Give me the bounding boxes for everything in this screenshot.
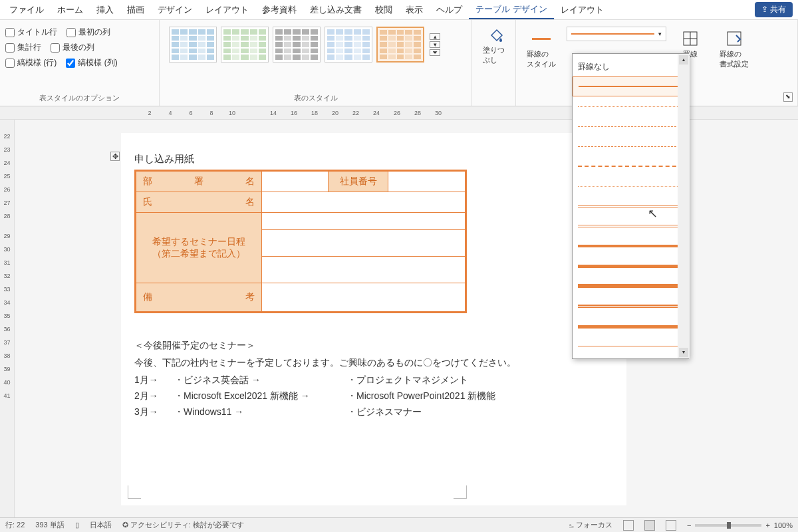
cell-dept-value[interactable] <box>262 171 329 192</box>
document[interactable]: ✥ 申し込み用紙 部 署 名社員番号 氏 名 希望するセミナー日程 （第二希望ま… <box>121 133 626 505</box>
print-layout-icon[interactable] <box>644 520 655 531</box>
menu-bar: ファイルホーム挿入描画デザインレイアウト参考資料差し込み文書校閲表示ヘルプテーブ… <box>0 0 798 20</box>
menu-item[interactable]: 差し込み文書 <box>303 1 368 19</box>
web-layout-icon[interactable] <box>666 520 676 531</box>
menu-item[interactable]: ヘルプ <box>430 1 469 19</box>
menu-item[interactable]: ファイル <box>3 1 51 19</box>
paint-bucket-icon <box>487 25 505 44</box>
dropdown-scrollbar[interactable]: ▴ ▾ <box>678 54 690 358</box>
dropdown-item-border-style[interactable] <box>573 276 688 296</box>
seminar-heading: ＜今後開催予定のセミナー＞ <box>134 340 613 352</box>
menu-item[interactable]: 校閲 <box>368 1 399 19</box>
dropdown-item-border-style[interactable] <box>573 176 688 196</box>
table-move-handle-icon[interactable]: ✥ <box>110 152 120 161</box>
group-style-options: タイトル行 最初の列 集計行 最後の列 縞模様 (行) 縞模様 (列) 表スタイ… <box>0 20 160 106</box>
group-table-styles: ▴▾⏷ 表のスタイル <box>160 20 472 106</box>
zoom-value[interactable]: 100% <box>774 521 793 529</box>
cell-note-label: 備 考 <box>136 283 262 313</box>
table-style-thumb[interactable] <box>221 27 269 63</box>
dropdown-item-border-style[interactable] <box>573 256 688 276</box>
application-form-table[interactable]: 部 署 名社員番号 氏 名 希望するセミナー日程 （第二希望まで記入） 備 考 <box>134 170 467 313</box>
menu-item[interactable]: デザイン <box>151 1 199 19</box>
style-option-checkbox[interactable]: 最初の列 <box>66 27 110 38</box>
border-style-dropdown[interactable]: 罫線なし ▴ ▾ <box>572 53 689 359</box>
seminar-row: 1月→・ビジネス英会話 →・プロジェクトマネジメント <box>134 374 613 386</box>
seminar-list: 1月→・ビジネス英会話 →・プロジェクトマネジメント2月→・Microsoft … <box>134 374 613 418</box>
menu-item[interactable]: レイアウト <box>554 1 610 19</box>
table-style-thumb[interactable] <box>325 27 372 63</box>
focus-mode-icon[interactable]: ⎁ フォーカス <box>569 520 612 530</box>
dropdown-item-border-style[interactable] <box>573 296 688 316</box>
menu-item[interactable]: ホーム <box>51 1 90 19</box>
menu-item[interactable]: 挿入 <box>90 1 120 19</box>
status-line[interactable]: 行: 22 <box>5 520 25 530</box>
borders-icon <box>681 29 700 48</box>
cell-name-label: 氏 名 <box>136 192 262 213</box>
zoom-out-icon[interactable]: − <box>687 521 691 529</box>
seminar-row: 2月→・Microsoft Excel2021 新機能 →・Microsoft … <box>134 390 613 402</box>
dropdown-item-border-style[interactable] <box>573 136 688 156</box>
fill-button[interactable]: 塗りつぶし <box>477 23 515 68</box>
table-style-thumb[interactable] <box>169 27 217 63</box>
dropdown-item-border-style[interactable] <box>573 76 688 96</box>
cell-note-value[interactable] <box>262 283 466 313</box>
scroll-down-icon[interactable]: ▾ <box>679 348 688 357</box>
cell-seminar-1[interactable] <box>262 213 466 230</box>
status-bar: 行: 22 393 単語 ▯ 日本語 ✪ アクセシビリティ: 検討が必要です ⎁… <box>0 517 798 532</box>
style-option-checkbox[interactable]: タイトル行 <box>5 27 57 38</box>
cell-dept-label: 部 署 名 <box>136 171 262 192</box>
dropdown-item-border-style[interactable] <box>573 196 688 216</box>
zoom-in-icon[interactable]: + <box>765 521 769 529</box>
cell-seminar-3[interactable] <box>262 257 466 283</box>
dropdown-item-border-style[interactable] <box>573 316 688 336</box>
status-book-icon[interactable]: ▯ <box>75 521 79 529</box>
border-style-icon <box>532 29 551 48</box>
cell-name-value[interactable] <box>262 192 466 213</box>
table-style-gallery[interactable]: ▴▾⏷ <box>165 23 466 66</box>
cell-seminar-2[interactable] <box>262 230 466 257</box>
dialog-launcher-icon[interactable]: ⬊ <box>783 92 793 102</box>
dropdown-item-border-style[interactable] <box>573 236 688 256</box>
menu-item[interactable]: 表示 <box>399 1 430 19</box>
pen-style-selector[interactable]: ▾ <box>567 27 666 41</box>
seminar-row: 3月→・Windows11 →・ビジネスマナー <box>134 406 613 418</box>
dropdown-item-border-style[interactable] <box>573 96 688 116</box>
dropdown-item-border-style[interactable] <box>573 336 688 356</box>
status-lang[interactable]: 日本語 <box>90 520 112 530</box>
style-option-checkbox[interactable]: 最後の列 <box>51 42 94 53</box>
dropdown-item-border-style[interactable] <box>573 216 688 236</box>
dropdown-item-border-style[interactable] <box>573 156 688 176</box>
menu-item[interactable]: 描画 <box>120 1 151 19</box>
dropdown-item-no-border[interactable]: 罫線なし <box>573 57 688 76</box>
zoom-control[interactable]: − + 100% <box>687 521 793 529</box>
group-label: 表のスタイル <box>165 90 466 103</box>
menu-item[interactable]: テーブル デザイン <box>469 1 554 19</box>
read-mode-icon[interactable] <box>623 520 634 531</box>
group-fill: 塗りつぶし <box>472 20 516 106</box>
vertical-ruler: 2223242526272829303132333435363738394041 <box>0 120 15 517</box>
scroll-up-icon[interactable]: ▴ <box>679 55 688 65</box>
menu-item[interactable]: レイアウト <box>199 1 255 19</box>
doc-title: 申し込み用紙 <box>134 153 613 166</box>
table-style-thumb[interactable] <box>376 27 424 63</box>
status-words[interactable]: 393 単語 <box>35 520 64 530</box>
menu-item[interactable]: 参考資料 <box>255 1 303 19</box>
gallery-more-button[interactable]: ▴▾⏷ <box>428 32 442 57</box>
cell-empno-label: 社員番号 <box>329 171 388 192</box>
share-button[interactable]: ⇪ 共有 <box>755 2 793 17</box>
table-style-thumb[interactable] <box>273 27 321 63</box>
border-format-button[interactable]: 罫線の 書式設定 <box>714 27 754 72</box>
page-corner-bl-icon <box>128 485 141 499</box>
border-style-button[interactable]: 罫線の スタイル <box>521 27 561 72</box>
style-option-checkbox[interactable]: 集計行 <box>5 42 41 53</box>
cell-empno-value[interactable] <box>388 171 466 192</box>
style-option-checkbox[interactable]: 縞模様 (行) <box>5 57 57 68</box>
seminar-description: 今後、下記の社内セミナーを予定しております。ご興味のあるものに〇をつけてください… <box>134 357 613 369</box>
cell-seminar-label: 希望するセミナー日程 （第二希望まで記入） <box>136 213 262 283</box>
zoom-slider[interactable] <box>695 524 761 527</box>
accessibility-icon[interactable]: ✪ アクセシビリティ: 検討が必要です <box>122 520 244 530</box>
border-format-icon <box>725 29 743 48</box>
style-option-checkbox[interactable]: 縞模様 (列) <box>66 57 117 68</box>
group-label: 表スタイルのオプション <box>5 90 154 103</box>
dropdown-item-border-style[interactable] <box>573 116 688 136</box>
